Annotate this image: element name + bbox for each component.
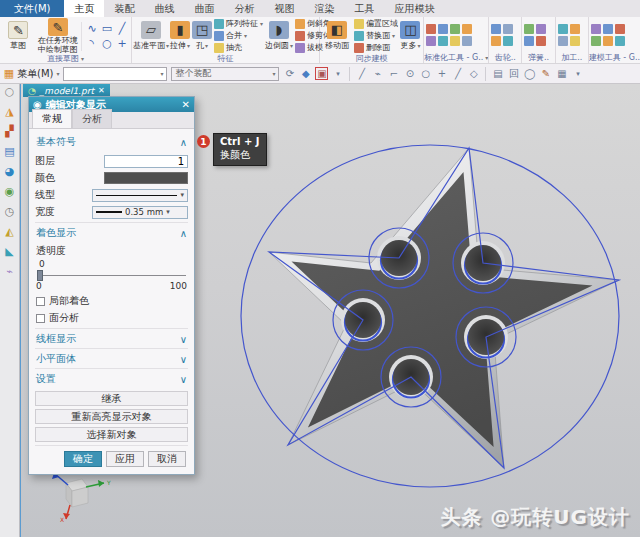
group-label-gc-modeling[interactable]: 建模工具 - G.. — [589, 52, 640, 63]
studio-spline-icon[interactable]: ∿ — [85, 22, 99, 36]
gc-modeling-tool-icon[interactable] — [615, 24, 625, 34]
select-new-objects-button[interactable]: 选择新对象 — [35, 427, 188, 442]
roles-icon[interactable]: ◣ — [5, 246, 13, 257]
part-tab-close-icon[interactable]: ✕ — [98, 86, 105, 95]
caret-icon[interactable]: ▾ — [571, 67, 584, 80]
shell-button[interactable]: 抽壳 — [214, 42, 263, 53]
gc-tool-icon[interactable] — [450, 24, 460, 34]
layer-input[interactable] — [104, 155, 188, 168]
apply-button[interactable]: 应用 — [106, 451, 144, 467]
pattern-feature-button[interactable]: 阵列特征▾ — [214, 18, 263, 29]
color-swatch[interactable] — [104, 172, 188, 184]
caret-icon[interactable]: ▾ — [331, 67, 344, 80]
more-button[interactable]: ◫ 更多▾ — [400, 21, 421, 51]
tab-assembly[interactable]: 装配 — [104, 0, 144, 17]
tab-tools[interactable]: 工具 — [344, 0, 384, 17]
group-label-gc-standard[interactable]: 标准化工具 - G..▾ — [424, 52, 488, 63]
machining-tool-icon[interactable] — [558, 24, 568, 34]
machining-tool-icon[interactable] — [558, 36, 568, 46]
selection-scope-combo[interactable]: 整个装配▾ — [171, 67, 279, 81]
edge-blend-button[interactable]: ◗ 边倒圆▾ — [265, 21, 293, 51]
machining-tool-icon[interactable] — [570, 36, 580, 46]
spring-tool-icon[interactable] — [524, 24, 534, 34]
snap-quadrant-icon[interactable]: ○ — [419, 67, 432, 80]
linetype-dropdown[interactable]: ▾ — [92, 189, 188, 202]
point-icon[interactable]: + — [115, 37, 129, 51]
slider-handle[interactable] — [37, 270, 43, 281]
tab-surface[interactable]: 曲面 — [184, 0, 224, 17]
part-navigator-icon[interactable]: ▤ — [4, 146, 14, 157]
edit-section-icon[interactable]: ✎ — [539, 67, 552, 80]
layer-settings-icon[interactable]: ▦ — [555, 67, 568, 80]
circle-icon[interactable]: ○ — [100, 37, 114, 51]
gear-tool-icon[interactable] — [491, 36, 501, 46]
ok-button[interactable]: 确定 — [64, 451, 102, 467]
tab-analysis[interactable]: 分析 — [224, 0, 264, 17]
snap-point-on-face-icon[interactable]: ◇ — [467, 67, 480, 80]
tab-view[interactable]: 视图 — [264, 0, 304, 17]
gc-modeling-tool-icon[interactable] — [591, 36, 601, 46]
gear-tool-icon[interactable] — [503, 24, 513, 34]
machining-tool-icon[interactable] — [570, 24, 580, 34]
group-label-machining[interactable]: 加工.. — [556, 52, 588, 63]
gc-tool-icon[interactable] — [426, 24, 436, 34]
section-wireframe-display[interactable]: 线框显示∨ — [35, 328, 188, 348]
extrude-button[interactable]: ▮ 拉伸▾ — [170, 21, 190, 51]
gc-modeling-tool-icon[interactable] — [615, 36, 625, 46]
selection-filter-combo[interactable]: ▾ — [63, 67, 167, 81]
tab-application[interactable]: 应用模块 — [384, 0, 444, 17]
hole-button[interactable]: ◳ 孔▾ — [192, 21, 212, 51]
group-label-synchronous[interactable]: 同步建模 — [320, 53, 423, 63]
gc-modeling-tool-icon[interactable] — [603, 24, 613, 34]
group-label-gear[interactable]: 齿轮.. — [489, 52, 521, 63]
transparency-slider[interactable] — [37, 269, 186, 281]
system-scenes-icon[interactable]: ⌁ — [6, 266, 13, 277]
section-facet-body[interactable]: 小平面体∨ — [35, 348, 188, 368]
sketch-in-task-env-button[interactable]: ✎ 在任务环境中绘制草图 — [37, 18, 79, 55]
datum-plane-button[interactable]: ▱ 基准平面▾ — [134, 21, 168, 51]
face-analysis-checkbox[interactable]: 面分析 — [36, 311, 187, 325]
group-label-feature[interactable]: 特征 — [132, 53, 319, 63]
gc-tool-icon[interactable] — [438, 24, 448, 34]
section-settings[interactable]: 设置∨ — [35, 368, 188, 388]
section-shaded-display[interactable]: 着色显示∧ — [35, 222, 188, 242]
group-label-direct-sketch[interactable]: 直接草图▾ — [0, 55, 131, 63]
tab-render[interactable]: 渲染 — [304, 0, 344, 17]
delete-face-button[interactable]: 删除面 — [354, 42, 398, 53]
reuse-library-icon[interactable]: ◕ — [5, 166, 15, 177]
shaded-cube-icon[interactable]: ◆ — [299, 67, 312, 80]
inherit-button[interactable]: 继承 — [35, 391, 188, 406]
gc-tool-icon[interactable] — [450, 36, 460, 46]
history-icon[interactable]: ◷ — [5, 206, 15, 217]
width-dropdown[interactable]: 0.35 mm▾ — [92, 206, 188, 219]
partial-shading-checkbox[interactable]: 局部着色 — [36, 294, 187, 308]
process-studio-icon[interactable]: ◭ — [5, 226, 13, 237]
section-basic-symbols[interactable]: 基本符号∧ — [35, 132, 188, 151]
assembly-navigator-icon[interactable]: ◮ — [5, 106, 13, 117]
snap-point-toggle-icon[interactable]: ▣ — [315, 67, 328, 80]
spring-tool-icon[interactable] — [536, 24, 546, 34]
rectangle-icon[interactable]: ▭ — [100, 22, 114, 36]
window-icon[interactable]: 回 — [507, 67, 520, 80]
sketch-button[interactable]: ✎ 草图 — [2, 21, 35, 51]
move-face-button[interactable]: ◧ 移动面 — [322, 21, 352, 51]
spring-tool-icon[interactable] — [524, 36, 534, 46]
snap-endpoint-icon[interactable]: ╱ — [355, 67, 368, 80]
orient-view-icon[interactable]: ◯ — [523, 67, 536, 80]
gc-modeling-tool-icon[interactable] — [591, 24, 601, 34]
gc-tool-icon[interactable] — [438, 36, 448, 46]
gc-tool-icon[interactable] — [462, 24, 472, 34]
dialog-tab-general[interactable]: 常规 — [32, 109, 72, 128]
group-label-spring[interactable]: 弹簧.. — [522, 52, 554, 63]
gear-tool-icon[interactable] — [491, 24, 501, 34]
snap-midpoint-icon[interactable]: ⌁ — [371, 67, 384, 80]
gc-tool-icon[interactable] — [462, 36, 472, 46]
highlight-face-icon[interactable]: ⟳ — [283, 67, 296, 80]
arc-icon[interactable]: ◝ — [85, 37, 99, 51]
gc-modeling-tool-icon[interactable] — [603, 36, 613, 46]
line-icon[interactable]: ╱ — [115, 22, 129, 36]
pin-icon[interactable]: ○ — [5, 86, 15, 97]
tab-file[interactable]: 文件(M) — [0, 0, 64, 17]
dialog-tab-analysis[interactable]: 分析 — [72, 109, 112, 128]
menu-button[interactable]: ▦ 菜单(M) ▾ — [4, 67, 59, 81]
